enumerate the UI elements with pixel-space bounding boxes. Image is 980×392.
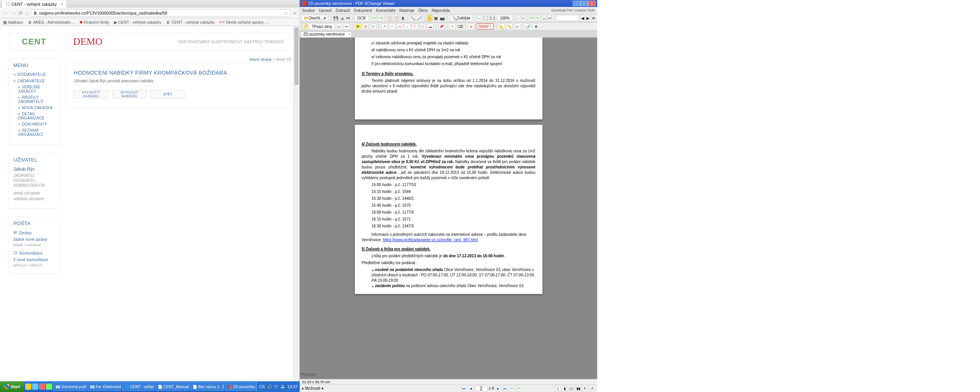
lang-indicator[interactable]: CS xyxy=(259,384,265,389)
zoom-pct-field[interactable]: 100% xyxy=(497,15,513,21)
brand-logo[interactable]: Download PDF Creation Tools xyxy=(551,9,595,12)
find-next-icon[interactable]: 🔎 xyxy=(417,15,422,21)
nav-last-icon[interactable]: ⏭ xyxy=(502,386,508,391)
menu-item-dokumenty[interactable]: DOKUMENTY xyxy=(13,122,55,126)
reload-button[interactable]: ⟳ xyxy=(18,10,23,16)
polygon-icon[interactable]: ⬠ xyxy=(420,23,426,29)
tray-icon[interactable]: 🖧 xyxy=(281,384,285,389)
home-button[interactable]: ⌂ xyxy=(25,10,28,16)
page-number-field[interactable] xyxy=(475,386,487,391)
minimize-button[interactable]: – xyxy=(573,1,580,6)
select-icon[interactable]: ▦ xyxy=(434,15,438,21)
menu-dokument[interactable]: Dokument xyxy=(354,8,372,13)
stamp-draft[interactable]: DRAFT xyxy=(476,23,494,29)
clock[interactable]: 13:37 xyxy=(287,384,297,389)
line-icon[interactable]: ─ xyxy=(389,23,395,29)
snapshot-icon[interactable]: 📷 xyxy=(439,15,445,21)
mail-icon[interactable]: ✉ xyxy=(346,15,350,21)
menu-nastroje[interactable]: Nástroje xyxy=(399,8,414,13)
pdf-tab[interactable]: ZD-pozemky-vernirovice× xyxy=(301,31,352,38)
rot-ccw-icon[interactable]: ↺ xyxy=(590,386,595,391)
note-icon[interactable]: 📝 xyxy=(301,23,307,29)
menu-item-detail-org[interactable]: DETAIL ORGANIZACE xyxy=(13,112,55,120)
tray-icon[interactable]: 🔊 xyxy=(267,384,272,389)
print-icon[interactable]: 🖨 xyxy=(340,15,345,21)
nav-next-icon[interactable]: ▶ xyxy=(495,386,501,391)
rotate-left-icon[interactable]: ↶ xyxy=(529,15,533,21)
tab-close-icon[interactable]: × xyxy=(60,2,63,7)
ql-icon[interactable] xyxy=(32,384,38,390)
measure-icon[interactable]: 📐 xyxy=(499,23,505,29)
task-fw[interactable]: 📧Fw: Elektronická auk… xyxy=(87,382,121,391)
breadcrumb-home[interactable]: hlavní strana xyxy=(250,57,271,62)
bookmark-apps[interactable]: ▦Aplikace xyxy=(3,20,23,24)
undo-icon[interactable]: ↶ xyxy=(373,15,377,21)
layout-cont-facing-icon[interactable]: ▮▮ xyxy=(576,386,581,391)
fit-width-icon[interactable]: ↔ xyxy=(477,15,482,21)
bookmark-star-icon[interactable]: ☆ xyxy=(283,10,288,16)
ql-icon[interactable] xyxy=(25,384,31,390)
search-field[interactable] xyxy=(556,15,579,21)
task-outlook[interactable]: 📧Doručená pošta - Ou… xyxy=(53,382,87,391)
link-komunikace[interactable]: 🗨Komunikace xyxy=(13,251,55,255)
back-button[interactable]: ← xyxy=(3,10,8,16)
btn-zoom[interactable]: 🔍 Zvětšit ▾ xyxy=(449,15,472,21)
measure-area-icon[interactable]: ▱ xyxy=(514,23,520,29)
menu-item-verejne-zakazky[interactable]: VEŘEJNÉ ZAKÁZKY xyxy=(13,85,55,93)
bookmark-ares[interactable]: 🗎ARES - Administrativ… xyxy=(28,20,75,24)
task-pdf[interactable]: 📕ZD-pozemky-vernir… xyxy=(225,382,256,391)
tray-icon[interactable]: 🛡 xyxy=(274,384,279,389)
fit-page-icon[interactable]: ⛶ xyxy=(483,15,488,21)
oval-icon[interactable]: ○ xyxy=(404,23,410,29)
address-bar[interactable]: 🗎 osigeno.profinetworks.cz/P13V10000305/… xyxy=(31,9,291,17)
forward-button[interactable]: → xyxy=(11,10,16,16)
pencil-icon[interactable]: ✎ xyxy=(449,23,456,29)
close-button[interactable]: × xyxy=(588,1,596,6)
eraser-icon[interactable]: ⌫ xyxy=(457,23,463,29)
menu-upravit[interactable]: Upravit xyxy=(319,8,332,13)
bookmark-limity[interactable]: ✖Finanční limity xyxy=(79,20,109,24)
zoom-in-icon[interactable]: + xyxy=(522,15,525,21)
profile-url-link[interactable]: https://www.profilzadavatele-vz.cz/profi… xyxy=(383,238,478,242)
link-detail-uzivatele[interactable]: detail uživatele xyxy=(13,191,55,195)
search-next-icon[interactable]: ▶ xyxy=(586,15,590,21)
nav-icon[interactable]: ↩ xyxy=(548,15,552,21)
bookmark-dvs[interactable]: DVSDeník veřejné správy … xyxy=(219,20,269,24)
task-libre[interactable]: 📄Bez názvu 1 - LibreO… xyxy=(190,382,224,391)
paste-icon[interactable]: 📋 xyxy=(394,15,399,21)
polyline-icon[interactable]: ⌇ xyxy=(412,23,418,29)
rect-icon[interactable]: ▭ xyxy=(397,23,403,29)
pdf-viewport[interactable]: c/ závazek udržovat pronajatý majetek na… xyxy=(300,38,597,379)
menu-item-profily[interactable]: PROFILY ZADAVATELŮ xyxy=(13,95,55,104)
cloud-icon[interactable]: ☁ xyxy=(427,23,433,29)
page-scrollbar[interactable] xyxy=(293,26,299,392)
textbox-icon[interactable]: ▭ xyxy=(336,23,342,29)
post-new-komm[interactable]: 2 nové komunikace xyxy=(13,257,55,262)
menu-okno[interactable]: Okno xyxy=(418,8,428,13)
menu-item-seznam-org[interactable]: SEZNAM ORGANIZACÍ xyxy=(13,128,55,137)
menu-zobrazit[interactable]: Zobrazit xyxy=(335,8,350,13)
chrome-menu-icon[interactable]: ≡ xyxy=(293,10,296,16)
bottom-options[interactable]: Možnosti xyxy=(305,386,320,390)
menu-item-dodavatele[interactable]: DODAVATELÉ xyxy=(13,72,55,77)
browser-tab[interactable]: CENT - veřejné zakázky × xyxy=(2,0,66,8)
menu-item-nova-zakazka[interactable]: NOVÁ ZAKÁZKA xyxy=(13,106,55,110)
rot-cw-icon[interactable]: ↻ xyxy=(583,386,588,391)
nav-back-icon[interactable]: ⟲ xyxy=(509,386,514,391)
bookmark-cent2[interactable]: 🗎CENT - veřejné zakázky xyxy=(166,20,215,24)
menu-item-zadavatele[interactable]: ZADAVATELÉ xyxy=(13,78,55,83)
logo-cent[interactable]: CENT xyxy=(8,33,60,51)
zoom-out-icon[interactable]: − xyxy=(517,15,520,21)
search-prev-icon[interactable]: ◀ xyxy=(581,15,585,21)
layout-cont-icon[interactable]: ▮ xyxy=(562,386,567,391)
menu-soubor[interactable]: Soubor xyxy=(302,8,315,13)
arrow-icon[interactable]: ↗ xyxy=(381,23,387,29)
highlight-icon[interactable]: H xyxy=(355,23,361,29)
ql-icon[interactable] xyxy=(39,384,45,390)
link-icon[interactable]: 🔗 xyxy=(525,23,531,29)
callout-icon[interactable]: ⬰ xyxy=(344,23,350,29)
menu-napoveda[interactable]: Nápověda xyxy=(432,8,450,13)
task-cent[interactable]: 🌐CENT - veřejné zak… xyxy=(122,382,154,391)
bookmark-cent1[interactable]: ▶CENT - veřejné zakázky xyxy=(114,20,162,24)
redo-icon[interactable]: ↷ xyxy=(379,15,382,21)
